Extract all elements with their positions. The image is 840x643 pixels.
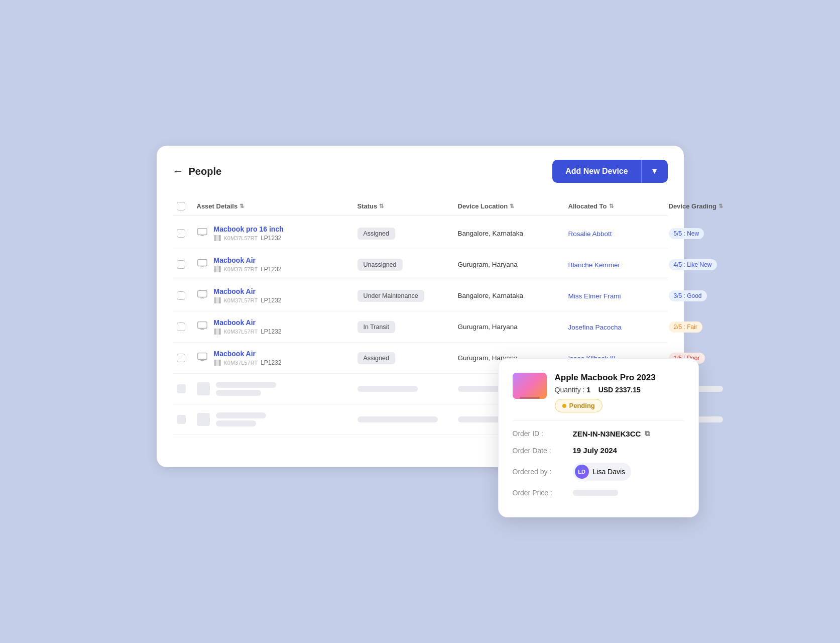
asset-meta-4: K0M37L57RT LP1232 [214, 359, 282, 366]
asset-name-1[interactable]: Macbook Air [214, 256, 282, 264]
asset-info-1: Macbook Air K0M37L57RT LP1232 [214, 256, 282, 273]
svg-rect-9 [215, 266, 216, 272]
asset-name-3[interactable]: Macbook Air [214, 318, 282, 327]
checkbox-header [177, 202, 197, 210]
quantity-label: Quantity : [555, 386, 585, 394]
asset-lp-2: LP1232 [261, 297, 281, 304]
row-select-checkbox-3[interactable] [177, 323, 185, 331]
quantity-value: 1 [586, 386, 590, 394]
detail-title-block: Apple Macbook Pro 2023 Quantity : 1 USD … [555, 373, 656, 412]
svg-rect-32 [218, 360, 218, 366]
svg-rect-11 [218, 266, 218, 272]
order-date-value: 19 July 2024 [573, 446, 617, 455]
status-badge-0: Assigned [357, 228, 395, 240]
sort-icon-asset[interactable]: ⇅ [239, 203, 244, 209]
row-checkbox-0 [177, 229, 197, 238]
status-cell-4: Assigned [357, 352, 458, 364]
svg-rect-24 [216, 329, 217, 335]
asset-meta-1: K0M37L57RT LP1232 [214, 266, 282, 273]
col-status: Status ⇅ [357, 202, 458, 210]
col-asset-details: Asset Details ⇅ [197, 202, 357, 210]
asset-info-0: Macbook pro 16 inch K0M37L57RT LP1232 [214, 225, 284, 242]
device-icon-2 [197, 289, 208, 303]
device-screen [513, 373, 547, 399]
asset-lp-0: LP1232 [261, 235, 281, 242]
svg-rect-33 [219, 360, 220, 366]
col-location: Device Location ⇅ [458, 202, 568, 210]
grade-cell-0: 5/5 : New [669, 228, 759, 239]
table-row: Macbook Air K0M37L57RT LP1232 Under Main… [173, 280, 668, 311]
grade-cell-3: 2/5 : Fair [669, 322, 759, 333]
sort-icon-allocated[interactable]: ⇅ [609, 203, 614, 209]
grade-badge-3: 2/5 : Fair [669, 322, 702, 333]
asset-meta-2: K0M37L57RT LP1232 [214, 297, 282, 304]
person-link-2[interactable]: Miss Elmer Frami [568, 292, 621, 300]
row-checkbox-4 [177, 354, 197, 362]
svg-rect-14 [197, 290, 206, 297]
asset-lp-4: LP1232 [261, 359, 281, 366]
chevron-down-icon: ▼ [651, 167, 659, 175]
skel-name-2 [216, 412, 266, 418]
svg-rect-16 [215, 297, 216, 303]
skel-checkbox-2 [177, 415, 186, 424]
person-link-3[interactable]: Josefina Pacocha [568, 324, 622, 331]
order-price-label: Order Price : [513, 489, 573, 497]
add-device-dropdown-button[interactable]: ▼ [641, 160, 668, 183]
order-id-label: Order ID : [513, 430, 573, 438]
detail-header: Apple Macbook Pro 2023 Quantity : 1 USD … [513, 373, 684, 412]
device-icon-3 [197, 320, 208, 334]
row-select-checkbox-4[interactable] [177, 354, 185, 362]
row-select-checkbox-0[interactable] [177, 229, 185, 238]
sort-icon-status[interactable]: ⇅ [379, 203, 384, 209]
svg-rect-28 [197, 353, 206, 359]
location-cell-3: Gurugram, Haryana [458, 323, 568, 331]
svg-rect-17 [216, 297, 217, 303]
status-badge-3: In Transit [357, 321, 395, 333]
row-select-checkbox-1[interactable] [177, 260, 185, 269]
asset-cell-0: Macbook pro 16 inch K0M37L57RT LP1232 [197, 225, 357, 242]
table-row: Macbook pro 16 inch K0M37L57RT LP1232 As… [173, 218, 668, 249]
asset-cell-4: Macbook Air K0M37L57RT LP1232 [197, 350, 357, 366]
add-device-button[interactable]: Add New Device [552, 160, 641, 183]
asset-serial-1: K0M37L57RT [224, 266, 258, 272]
grade-badge-1: 4/5 : Like New [669, 259, 717, 270]
asset-name-2[interactable]: Macbook Air [214, 287, 282, 295]
ordered-by-row: Ordered by : LD Lisa Davis [513, 463, 684, 481]
asset-info-4: Macbook Air K0M37L57RT LP1232 [214, 350, 282, 366]
copy-icon[interactable]: ⧉ [645, 429, 650, 438]
person-link-1[interactable]: Blanche Kemmer [568, 261, 621, 269]
svg-rect-30 [215, 360, 216, 366]
svg-rect-34 [220, 360, 221, 366]
table-row: Macbook Air K0M37L57RT LP1232 In Transit… [173, 311, 668, 343]
order-id-value: ZEN-IN-N3NEK3CC ⧉ [573, 429, 651, 438]
svg-rect-31 [216, 360, 217, 366]
table-row: Macbook Air K0M37L57RT LP1232 Unassigned… [173, 249, 668, 280]
svg-rect-20 [220, 297, 221, 303]
person-cell-1: Blanche Kemmer [568, 260, 669, 269]
asset-serial-4: K0M37L57RT [224, 360, 258, 366]
person-cell-2: Miss Elmer Frami [568, 291, 669, 300]
asset-name-4[interactable]: Macbook Air [214, 350, 282, 358]
order-date-row: Order Date : 19 July 2024 [513, 446, 684, 455]
svg-rect-22 [214, 329, 215, 335]
status-cell-3: In Transit [357, 321, 458, 333]
sort-icon-location[interactable]: ⇅ [510, 203, 514, 209]
status-badge-1: Unassigned [357, 259, 403, 271]
svg-rect-1 [214, 235, 215, 241]
svg-rect-18 [218, 297, 218, 303]
svg-rect-10 [216, 266, 217, 272]
svg-rect-0 [197, 228, 206, 235]
person-cell-3: Josefina Pacocha [568, 323, 669, 332]
asset-cell-2: Macbook Air K0M37L57RT LP1232 [197, 287, 357, 304]
ordered-by-label: Ordered by : [513, 468, 573, 476]
location-cell-0: Bangalore, Karnataka [458, 230, 568, 237]
asset-name-0[interactable]: Macbook pro 16 inch [214, 225, 284, 233]
svg-rect-5 [219, 235, 220, 241]
select-all-checkbox[interactable] [177, 202, 185, 210]
sort-icon-grading[interactable]: ⇅ [718, 203, 723, 209]
status-badge-4: Assigned [357, 352, 395, 364]
skel-checkbox [177, 384, 186, 393]
person-link-0[interactable]: Rosalie Abbott [568, 230, 612, 238]
back-button[interactable]: ← People [173, 165, 222, 178]
row-select-checkbox-2[interactable] [177, 291, 185, 300]
